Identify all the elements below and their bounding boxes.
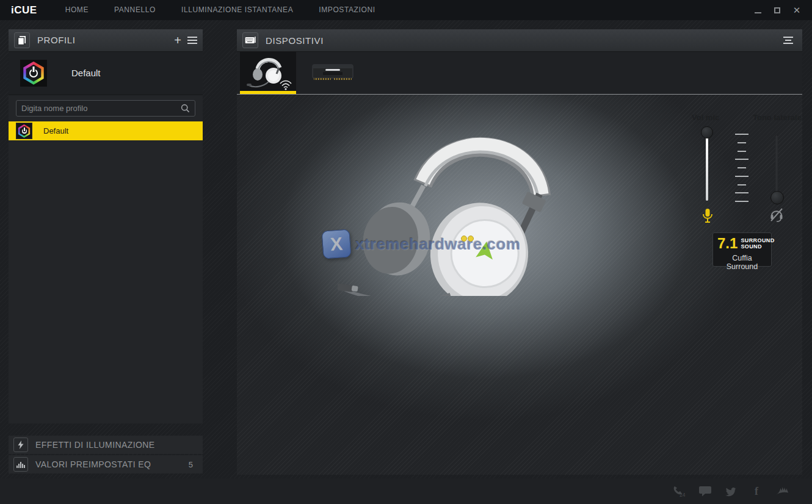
surround-value: 7.1 <box>717 236 738 251</box>
surround-sound-badge[interactable]: 7.1 SURROUND SOUND Cuffia Surround <box>712 232 772 267</box>
profiles-panel: PROFILI + Default Default EFFETTI DI ILL… <box>9 29 203 475</box>
devices-title: DISPOSITIVI <box>266 35 324 46</box>
profile-item-name: Default <box>43 126 68 135</box>
add-profile-button[interactable]: + <box>174 34 181 46</box>
sidetone-muted-icon[interactable] <box>769 207 784 223</box>
window-controls: ✕ <box>752 5 802 16</box>
menu-pannello[interactable]: PANNELLO <box>101 0 169 20</box>
menu-home[interactable]: HOME <box>53 0 101 20</box>
icue-logo: iCUE <box>11 4 37 16</box>
corsair-logo-icon[interactable] <box>775 484 789 498</box>
support-24h-icon[interactable]: 24 <box>673 484 686 498</box>
lightning-icon <box>13 437 28 452</box>
mic-volume-slider-track[interactable] <box>706 132 708 201</box>
headset-product-image <box>338 113 582 296</box>
maximize-icon[interactable] <box>772 5 783 16</box>
xtremehardware-watermark: X xtremehardware.com <box>322 230 521 258</box>
profile-search-input[interactable] <box>21 104 181 113</box>
svg-text:24: 24 <box>680 492 686 497</box>
devices-options-icon[interactable] <box>783 37 793 44</box>
forum-chat-icon[interactable] <box>698 484 712 498</box>
profile-item-avatar <box>16 123 32 139</box>
sidetone-scale-ticks <box>735 134 749 202</box>
surround-word2: SOUND <box>741 243 774 250</box>
icue-hex-logo-icon <box>22 62 45 85</box>
close-icon[interactable]: ✕ <box>791 5 802 16</box>
section-lighting-effects[interactable]: EFFETTI DI ILLUMINAZIONE <box>9 436 203 454</box>
footer-bar: 24 f <box>0 478 812 504</box>
profile-search-box[interactable] <box>16 100 195 117</box>
devices-panel: DISPOSITIVI <box>237 29 802 475</box>
device-detail-area: X xtremehardware.com Vol mic Tono latera… <box>237 95 802 475</box>
menu-impostazioni[interactable]: IMPOSTAZIONI <box>306 0 388 20</box>
active-profile-card: Default <box>9 52 203 95</box>
eq-bars-icon <box>13 457 28 472</box>
title-bar: iCUE HOME PANNELLO ILLUMINAZIONE ISTANTA… <box>0 0 812 20</box>
sidetone-slider-knob[interactable] <box>770 191 784 204</box>
facebook-icon[interactable]: f <box>750 484 763 498</box>
device-tabs <box>237 52 802 95</box>
keyboard-icon <box>242 32 258 48</box>
mic-unmuted-icon[interactable] <box>702 208 713 224</box>
section-label: EFFETTI DI ILLUMINAZIONE <box>35 440 155 450</box>
section-eq-presets[interactable]: VALORI PREIMPOSTATI EQ 5 <box>9 455 203 473</box>
mic-volume-slider-knob[interactable] <box>701 126 713 139</box>
profiles-menu-icon[interactable] <box>187 37 197 44</box>
menu-illuminazione-istantanea[interactable]: ILLUMINAZIONE ISTANTANEA <box>169 0 306 20</box>
icue-hex-logo-icon <box>18 124 31 138</box>
profiles-title: PROFILI <box>37 35 76 45</box>
surround-word1: SURROUND <box>741 237 774 243</box>
profiles-icon <box>14 32 30 48</box>
profile-search-strip <box>9 95 203 122</box>
tab-ram-device[interactable] <box>305 52 361 94</box>
active-profile-name: Default <box>71 68 101 78</box>
profile-avatar <box>20 60 47 87</box>
watermark-text: xtremehardware.com <box>355 235 521 254</box>
section-label: VALORI PREIMPOSTATI EQ <box>35 459 151 469</box>
profiles-header: PROFILI + <box>9 29 203 52</box>
eq-preset-count: 5 <box>189 460 193 469</box>
mic-volume-label: Vol mic <box>692 113 719 122</box>
surround-caption: Cuffia Surround <box>717 254 767 271</box>
wireless-icon <box>279 79 292 90</box>
twitter-icon[interactable] <box>724 484 738 498</box>
search-icon <box>181 104 190 113</box>
watermark-x-logo: X <box>321 229 351 259</box>
ram-thumbnail <box>311 61 355 85</box>
devices-header: DISPOSITIVI <box>237 29 802 52</box>
profile-list-empty-area <box>9 140 203 423</box>
minimize-icon[interactable] <box>752 5 763 16</box>
profile-list-item-default[interactable]: Default <box>9 121 203 140</box>
main-menu: HOME PANNELLO ILLUMINAZIONE ISTANTANEA I… <box>53 0 388 20</box>
sidetone-label: Tono laterale <box>753 113 802 122</box>
tab-headset-device[interactable] <box>240 52 296 94</box>
